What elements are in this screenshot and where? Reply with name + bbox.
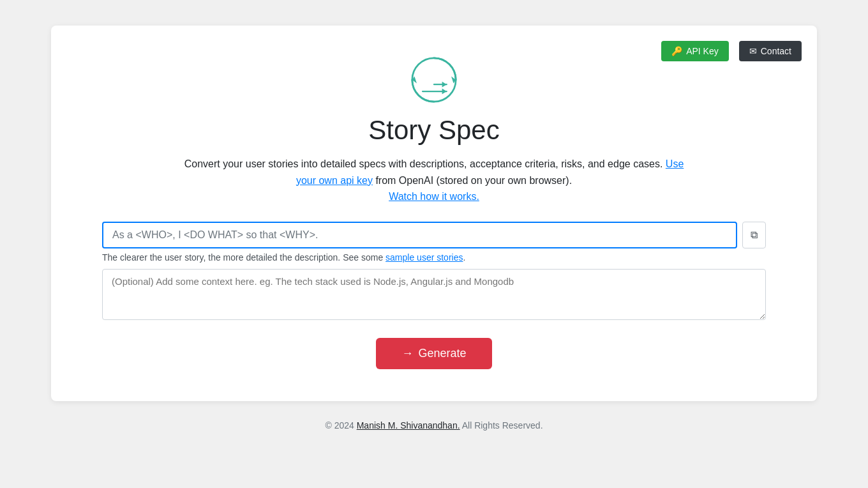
- story-input[interactable]: [102, 222, 737, 248]
- api-key-label: API Key: [686, 46, 719, 56]
- api-key-suffix: from OpenAI (stored on your own browser)…: [375, 175, 572, 186]
- generate-label: Generate: [418, 347, 466, 360]
- context-textarea[interactable]: [102, 269, 766, 320]
- envelope-icon: ✉: [749, 46, 757, 56]
- api-key-button[interactable]: 🔑 API Key: [661, 41, 729, 61]
- rights-text: All Rights Reserved.: [462, 420, 543, 431]
- key-icon: 🔑: [671, 46, 682, 56]
- subtitle-text: Convert your user stories into detailed …: [184, 158, 663, 169]
- logo-icon: [405, 51, 463, 109]
- app-title: Story Spec: [368, 115, 499, 146]
- generate-button[interactable]: → Generate: [376, 338, 491, 369]
- contact-button[interactable]: ✉ Contact: [739, 41, 802, 61]
- helper-text: The clearer the user story, the more det…: [102, 252, 766, 263]
- copyright-text: © 2024: [325, 420, 354, 431]
- svg-marker-6: [442, 82, 447, 88]
- generate-section: → Generate: [102, 338, 766, 369]
- story-input-row: ⧉: [102, 222, 766, 248]
- helper-text-prefix: The clearer the user story, the more det…: [102, 252, 385, 263]
- header-section: Story Spec Convert your user stories int…: [102, 51, 766, 202]
- contact-label: Contact: [761, 46, 791, 56]
- svg-marker-4: [442, 89, 447, 95]
- top-buttons: 🔑 API Key ✉ Contact: [661, 41, 802, 61]
- watch-link[interactable]: Watch how it works.: [389, 191, 479, 202]
- sample-stories-link[interactable]: sample user stories: [385, 252, 463, 263]
- copy-button[interactable]: ⧉: [742, 222, 766, 248]
- main-card: 🔑 API Key ✉ Contact Story Spec Co: [51, 26, 817, 401]
- arrow-right-icon: →: [401, 347, 413, 360]
- copy-icon: ⧉: [751, 229, 758, 241]
- subtitle: Convert your user stories into detailed …: [179, 156, 689, 188]
- author-link[interactable]: Manish M. Shivanandhan.: [357, 420, 460, 431]
- form-section: ⧉ The clearer the user story, the more d…: [102, 222, 766, 369]
- footer: © 2024 Manish M. Shivanandhan. All Right…: [325, 420, 542, 431]
- helper-text-suffix: .: [463, 252, 465, 263]
